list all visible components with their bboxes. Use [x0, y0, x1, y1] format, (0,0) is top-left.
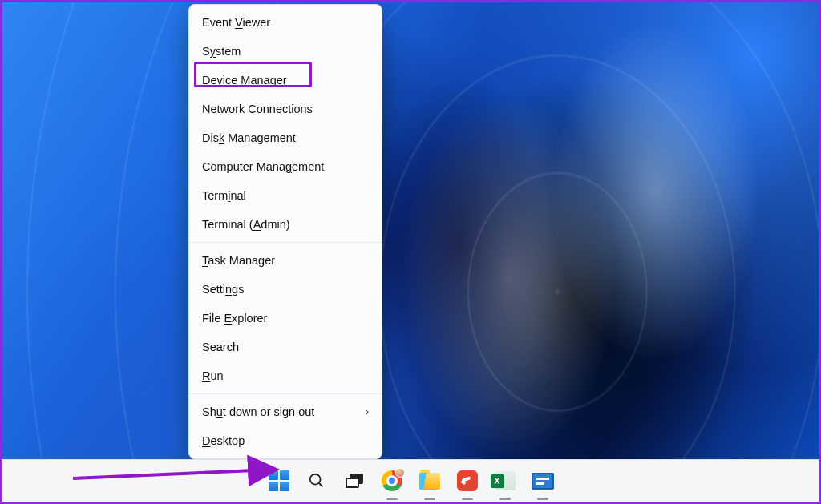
folder-icon [419, 473, 440, 490]
search-icon [308, 472, 326, 490]
menu-item-label: Disk Management [202, 131, 296, 144]
svg-point-0 [309, 474, 320, 485]
task-view-icon [346, 474, 363, 488]
menu-item-label: Terminal (Admin) [202, 218, 290, 231]
menu-item-event-viewer[interactable]: Event Viewer [189, 8, 382, 37]
taskbar-app-excel[interactable]: X [492, 469, 517, 494]
excel-icon: X [495, 471, 516, 490]
taskbar-search-button[interactable] [304, 469, 329, 494]
profile-avatar-icon [395, 468, 405, 478]
taskbar-app-todoist[interactable] [455, 469, 479, 494]
windows-logo-icon [269, 470, 289, 491]
menu-item-label: System [202, 45, 241, 58]
menu-item-label: Settings [202, 283, 244, 296]
taskbar-app-file-explorer[interactable] [417, 469, 442, 494]
menu-item-label: Terminal [202, 189, 246, 202]
menu-item-label: Search [202, 341, 239, 353]
menu-item-settings[interactable]: Settings [189, 275, 382, 304]
menu-separator [189, 393, 382, 394]
desktop-wallpaper [2, 2, 819, 502]
menu-item-computer-management[interactable]: Computer Management [189, 152, 382, 181]
menu-item-terminal[interactable]: Terminal [189, 181, 382, 210]
menu-item-run[interactable]: Run [189, 361, 382, 390]
menu-item-label: Computer Management [202, 160, 324, 173]
menu-item-terminal-admin[interactable]: Terminal (Admin) [189, 210, 382, 239]
menu-item-network-connections[interactable]: Network Connections [189, 95, 382, 123]
menu-item-label: Event Viewer [202, 16, 270, 29]
taskbar-app-word[interactable] [530, 469, 555, 494]
menu-item-label: Network Connections [202, 103, 313, 115]
menu-item-label: Shut down or sign out [202, 405, 314, 418]
winx-context-menu: Event Viewer System Device Manager Netwo… [188, 4, 382, 459]
taskbar: X [2, 459, 819, 502]
menu-item-file-explorer[interactable]: File Explorer [189, 304, 382, 333]
start-button[interactable] [266, 469, 291, 494]
menu-item-label: Desktop [202, 434, 245, 447]
menu-item-system[interactable]: System [189, 37, 382, 66]
menu-item-disk-management[interactable]: Disk Management [189, 123, 382, 152]
menu-item-device-manager[interactable]: Device Manager [189, 66, 382, 95]
word-icon [532, 473, 554, 490]
menu-item-label: Run [202, 369, 224, 382]
task-view-button[interactable] [342, 469, 366, 494]
menu-item-search[interactable]: Search [189, 333, 382, 361]
menu-item-desktop[interactable]: Desktop [189, 426, 382, 455]
menu-item-label: Device Manager [202, 74, 287, 87]
todoist-icon [457, 470, 478, 491]
menu-item-label: File Explorer [202, 312, 267, 325]
chevron-right-icon: › [366, 406, 369, 417]
menu-item-label: Task Manager [202, 254, 275, 267]
menu-item-task-manager[interactable]: Task Manager [189, 246, 382, 275]
chrome-icon [382, 470, 402, 491]
menu-item-shut-down[interactable]: Shut down or sign out › [189, 397, 382, 426]
excel-badge-label: X [491, 474, 504, 488]
screenshot-frame: Event Viewer System Device Manager Netwo… [0, 0, 821, 504]
menu-separator [189, 242, 382, 243]
svg-line-1 [318, 483, 322, 487]
taskbar-app-chrome[interactable] [379, 469, 404, 494]
